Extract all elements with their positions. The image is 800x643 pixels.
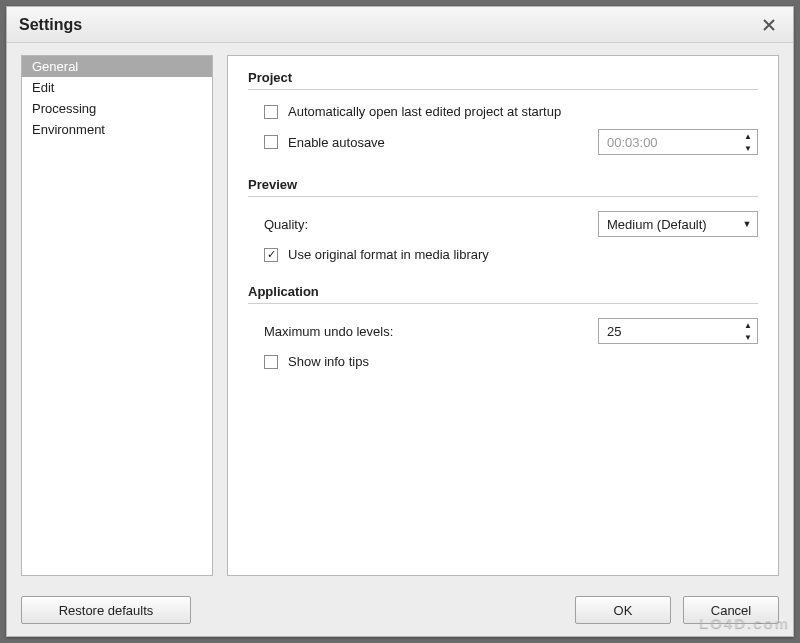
sidebar-item-environment[interactable]: Environment	[22, 119, 212, 140]
dialog-footer: Restore defaults OK Cancel	[7, 584, 793, 636]
label-open-last: Automatically open last edited project a…	[288, 104, 561, 119]
label-use-original: Use original format in media library	[288, 247, 489, 262]
row-show-tips: Show info tips	[264, 354, 758, 369]
sidebar-item-processing[interactable]: Processing	[22, 98, 212, 119]
spinner-arrows: ▲ ▼	[739, 130, 757, 154]
sidebar: General Edit Processing Environment	[21, 55, 213, 576]
window-title: Settings	[19, 16, 755, 34]
label-quality: Quality:	[264, 217, 308, 232]
row-use-original: Use original format in media library	[264, 247, 758, 262]
section-heading-application: Application	[248, 284, 758, 299]
checkbox-use-original[interactable]	[264, 248, 278, 262]
settings-window: Settings General Edit Processing Environ…	[6, 6, 794, 637]
spinner-autosave-interval[interactable]: 00:03:00 ▲ ▼	[598, 129, 758, 155]
spinner-up-icon[interactable]: ▲	[739, 130, 757, 142]
spinner-down-icon[interactable]: ▼	[739, 331, 757, 343]
chevron-down-icon[interactable]: ▼	[737, 212, 757, 236]
checkbox-autosave[interactable]	[264, 135, 278, 149]
label-show-tips: Show info tips	[288, 354, 369, 369]
spinner-arrows: ▲ ▼	[739, 319, 757, 343]
row-quality: Quality: Medium (Default) ▼	[264, 211, 758, 237]
sidebar-item-edit[interactable]: Edit	[22, 77, 212, 98]
close-button[interactable]	[755, 14, 783, 36]
sidebar-item-general[interactable]: General	[22, 56, 212, 77]
ok-button[interactable]: OK	[575, 596, 671, 624]
cancel-button[interactable]: Cancel	[683, 596, 779, 624]
spinner-autosave-value: 00:03:00	[599, 130, 739, 154]
dropdown-quality-value: Medium (Default)	[599, 212, 737, 236]
close-icon	[763, 19, 775, 31]
settings-panel: Project Automatically open last edited p…	[227, 55, 779, 576]
spinner-down-icon[interactable]: ▼	[739, 142, 757, 154]
restore-defaults-button[interactable]: Restore defaults	[21, 596, 191, 624]
spinner-undo-value: 25	[599, 319, 739, 343]
checkbox-show-tips[interactable]	[264, 355, 278, 369]
row-open-last: Automatically open last edited project a…	[264, 104, 758, 119]
titlebar: Settings	[7, 7, 793, 43]
divider	[248, 303, 758, 304]
checkbox-open-last[interactable]	[264, 105, 278, 119]
label-undo-levels: Maximum undo levels:	[264, 324, 393, 339]
label-autosave: Enable autosave	[288, 135, 385, 150]
spinner-undo-levels[interactable]: 25 ▲ ▼	[598, 318, 758, 344]
divider	[248, 89, 758, 90]
section-heading-preview: Preview	[248, 177, 758, 192]
spinner-up-icon[interactable]: ▲	[739, 319, 757, 331]
row-undo-levels: Maximum undo levels: 25 ▲ ▼	[264, 318, 758, 344]
dialog-body: General Edit Processing Environment Proj…	[7, 43, 793, 584]
divider	[248, 196, 758, 197]
dropdown-quality[interactable]: Medium (Default) ▼	[598, 211, 758, 237]
section-heading-project: Project	[248, 70, 758, 85]
row-autosave: Enable autosave 00:03:00 ▲ ▼	[264, 129, 758, 155]
